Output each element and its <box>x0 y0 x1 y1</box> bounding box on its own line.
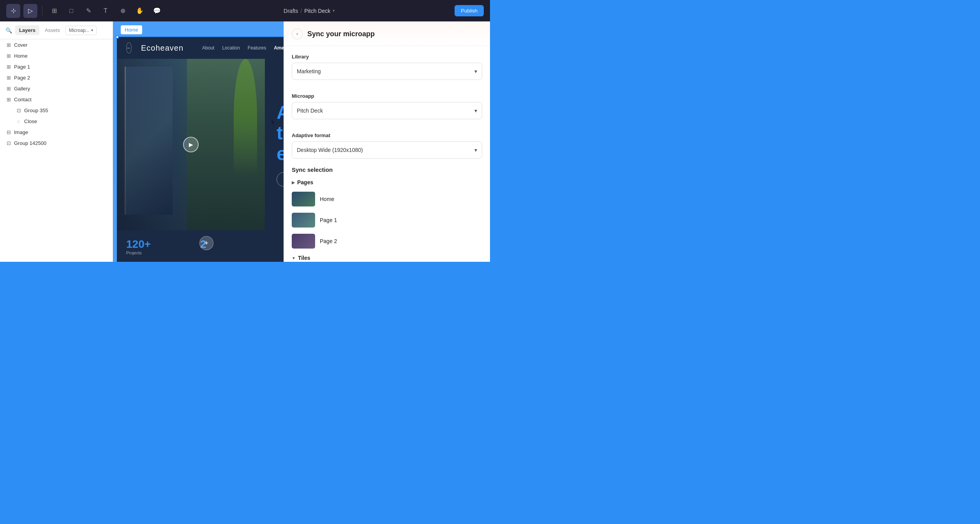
component-tool[interactable]: ⊕ <box>116 4 130 18</box>
microapp-chevron-icon: ▾ <box>474 108 477 114</box>
left-sidebar: 🔍 Layers Assets Microap... ▾ ⊞ Cover ⊞ H… <box>0 21 113 262</box>
microapp-select[interactable]: Pitch Deck ▾ <box>292 102 482 119</box>
group-icon: ⊡ <box>16 107 22 113</box>
layer-cover[interactable]: ⊞ Cover <box>0 39 113 50</box>
eco-back-button[interactable]: ← <box>126 42 132 53</box>
tab-microapp[interactable]: Microap... ▾ <box>65 26 97 35</box>
frame-icon-p1: ⊞ <box>5 64 12 70</box>
tab-assets[interactable]: Assets <box>41 25 64 35</box>
adaptive-format-select[interactable]: Desktop Wide (1920x1080) ▾ <box>292 141 482 159</box>
microapp-section: Microapp Pitch Deck ▾ <box>284 85 490 119</box>
adaptive-format-chevron-icon: ▾ <box>474 147 477 153</box>
page-item-home[interactable]: Home <box>292 189 482 210</box>
library-select[interactable]: Marketing ▾ <box>292 63 482 80</box>
microapp-chevron-icon: ▾ <box>91 28 93 32</box>
select-tool[interactable]: ⊹ <box>6 4 20 18</box>
selection-handle-tl <box>116 35 119 39</box>
pages-toggle[interactable]: ▶ Pages <box>292 176 482 189</box>
nav-features[interactable]: Features <box>248 45 266 51</box>
search-icon: 🔍 <box>5 27 12 34</box>
layer-image[interactable]: ⊟ Image <box>0 127 113 138</box>
library-value: Marketing <box>297 68 321 74</box>
cursor-pointer <box>271 121 274 125</box>
cta-button[interactable]: See floor plans <box>277 172 284 187</box>
palm-tree <box>234 59 257 176</box>
page-label-page2: Page 2 <box>320 238 337 244</box>
add-fab-button[interactable]: + <box>199 236 213 250</box>
page-label-home: Home <box>320 196 334 202</box>
library-chevron-icon: ▾ <box>474 68 477 74</box>
layer-close[interactable]: ◇ Close <box>0 116 113 127</box>
frame-icon-p2: ⊞ <box>5 74 12 81</box>
pages-section: ▶ Pages Home Page 1 Page 2 <box>284 176 490 252</box>
adaptive-format-section: Adaptive format Desktop Wide (1920x1080)… <box>284 125 490 159</box>
layer-home[interactable]: ⊞ Home <box>0 50 113 61</box>
eco-navbar: ← Ecoheaven About Location Features Amen… <box>117 37 284 59</box>
tiles-label: Tiles <box>298 255 310 261</box>
toolbar-right: Publish <box>455 5 484 16</box>
breadcrumb-drafts: Drafts <box>284 8 298 14</box>
toolbar-separator-1 <box>42 6 42 16</box>
play-button[interactable]: ▶ <box>183 137 199 152</box>
eco-hero-content: A luxur townho experie See floor plans <box>265 59 284 230</box>
pages-label: Pages <box>297 179 313 185</box>
canvas-inner: Home ← Ecoheaven About Location Features… <box>113 21 284 262</box>
breadcrumb-chevron-icon[interactable]: ▾ <box>333 8 335 13</box>
eco-logo: Ecoheaven <box>141 44 183 53</box>
nav-about[interactable]: About <box>202 45 214 51</box>
layer-page2[interactable]: ⊞ Page 2 <box>0 72 113 83</box>
frame-icon-contact: ⊞ <box>5 96 12 102</box>
shape-tool[interactable]: □ <box>64 4 78 18</box>
layer-group142500[interactable]: ⊡ Group 142500 <box>0 138 113 148</box>
frame-tool[interactable]: ⊞ <box>47 4 61 18</box>
tiles-toggle[interactable]: ▼ Tiles <box>292 252 482 262</box>
microapp-value: Pitch Deck <box>297 108 323 114</box>
image-icon: ⊟ <box>5 129 12 135</box>
page-thumb-p1 <box>292 213 315 228</box>
adaptive-format-label: Adaptive format <box>292 132 482 138</box>
toolbar: ⊹ ▷ ⊞ □ ✎ T ⊕ ✋ 💬 Drafts / Pitch Deck ▾ … <box>0 0 490 21</box>
nav-amenities[interactable]: Amenities <box>274 45 284 51</box>
frame-icon: ⊞ <box>5 42 12 48</box>
page-label-page1: Page 1 <box>320 217 337 223</box>
move-tool[interactable]: ▷ <box>23 4 37 18</box>
microapp-label: Microapp <box>292 93 482 99</box>
page-thumb-p2 <box>292 234 315 249</box>
layer-group355[interactable]: ⊡ Group 355 <box>0 105 113 116</box>
tiles-section: ▼ Tiles Get started Home BTN 🖼 <box>284 252 490 262</box>
eco-hero: ▶ A luxur townho experie See floor plans <box>117 59 284 230</box>
hand-tool[interactable]: ✋ <box>133 4 147 18</box>
right-panel: Tiled ✕ ‹ Sync your microapp Library Mar… <box>284 0 490 262</box>
layer-gallery[interactable]: ⊞ Gallery <box>0 83 113 94</box>
page-item-page1[interactable]: Page 1 <box>292 210 482 231</box>
sync-selection-heading: Sync selection <box>284 159 490 176</box>
layer-contact[interactable]: ⊞ Contact <box>0 94 113 105</box>
breadcrumb-separator: / <box>300 8 302 14</box>
publish-button[interactable]: Publish <box>455 5 484 16</box>
frame-icon-gallery: ⊞ <box>5 85 12 92</box>
library-label: Library <box>292 54 482 60</box>
canvas-area: Home ← Ecoheaven About Location Features… <box>113 21 284 262</box>
page-item-page2[interactable]: Page 2 <box>292 231 482 252</box>
back-button[interactable]: ‹ <box>292 28 303 39</box>
adaptive-format-value: Desktop Wide (1920x1080) <box>297 147 363 153</box>
frame-icon-home: ⊞ <box>5 53 12 59</box>
layer-page1[interactable]: ⊞ Page 1 <box>0 61 113 72</box>
breadcrumb-nav: Drafts / Pitch Deck ▾ <box>167 8 451 14</box>
comment-tool[interactable]: 💬 <box>150 4 164 18</box>
nav-location[interactable]: Location <box>222 45 240 51</box>
sidebar-tabs: 🔍 Layers Assets Microap... ▾ <box>0 21 113 39</box>
selection-top-border <box>116 36 284 37</box>
breadcrumb-page: Pitch Deck <box>304 8 330 14</box>
eco-hero-title: A luxur townho experie <box>277 102 284 164</box>
page-frame: ← Ecoheaven About Location Features Amen… <box>117 37 284 262</box>
panel-back-header: ‹ Sync your microapp <box>284 22 490 46</box>
tab-layers[interactable]: Layers <box>15 25 39 35</box>
hero-title-line3: experie <box>277 144 284 164</box>
pen-tool[interactable]: ✎ <box>81 4 95 18</box>
canvas-breadcrumb: Home <box>121 25 142 34</box>
page-thumb-home <box>292 192 315 206</box>
hero-title-line2: townho <box>277 123 284 144</box>
text-tool[interactable]: T <box>99 4 113 18</box>
eco-stat-projects: 120+ Projects <box>126 238 200 255</box>
